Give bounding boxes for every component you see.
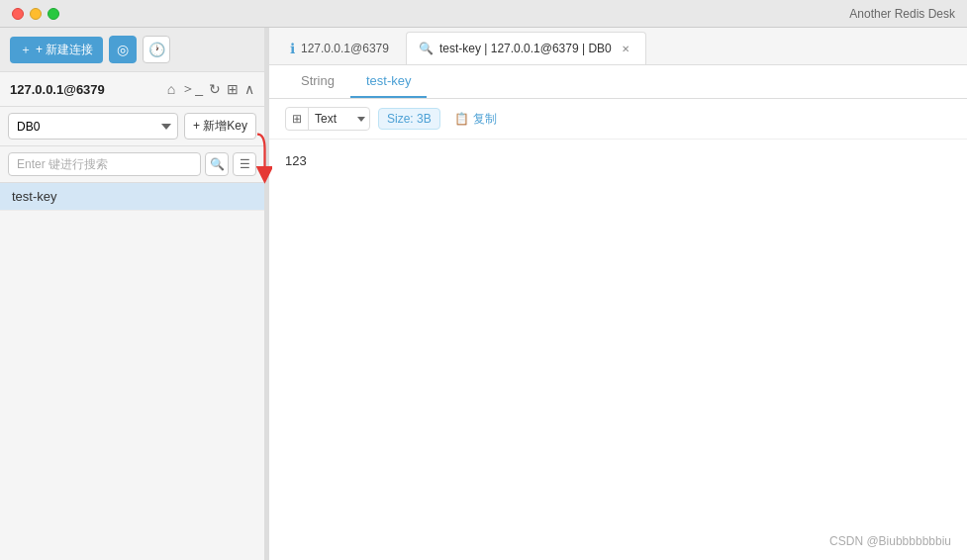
minimize-button[interactable] bbox=[30, 8, 42, 20]
db-controls: DB0 DB1 DB2 DB3 + 新增Key bbox=[0, 107, 264, 146]
sidebar-toolbar: ＋ + 新建连接 ◎ 🕐 bbox=[0, 28, 264, 72]
string-subtab[interactable]: String bbox=[285, 65, 350, 98]
tab-bar: ℹ 127.0.0.1@6379 🔍 test-key | 127.0.0.1@… bbox=[269, 28, 967, 65]
grid-icon[interactable]: ⊞ bbox=[227, 81, 239, 97]
value-editor: 123 bbox=[269, 140, 967, 560]
size-badge: Size: 3B bbox=[378, 108, 440, 130]
value-text: 123 bbox=[285, 153, 307, 168]
key-viewer: String test-key ⊞ Text JSON Hex bbox=[269, 65, 967, 560]
db-selector[interactable]: DB0 DB1 DB2 DB3 bbox=[8, 113, 178, 140]
main-content: ℹ 127.0.0.1@6379 🔍 test-key | 127.0.0.1@… bbox=[269, 28, 967, 560]
format-selector-container: ⊞ Text JSON Hex Binary bbox=[285, 107, 370, 131]
tab-close-button[interactable]: ✕ bbox=[618, 41, 633, 56]
format-grid-icon: ⊞ bbox=[286, 108, 309, 130]
collapse-icon[interactable]: ∧ bbox=[244, 81, 254, 97]
app-title: Another Redis Desk bbox=[849, 7, 955, 21]
add-key-button[interactable]: + 新增Key bbox=[184, 113, 256, 140]
app-container: ＋ + 新建连接 ◎ 🕐 127.0.0.1@6379 ⌂ ＞_ ↻ ⊞ ∧ bbox=[0, 28, 967, 560]
value-toolbar: ⊞ Text JSON Hex Binary Size: 3B 📋 复制 bbox=[269, 99, 967, 140]
key-tab[interactable]: 🔍 test-key | 127.0.0.1@6379 | DB0 ✕ bbox=[406, 32, 646, 64]
copy-label: 复制 bbox=[473, 111, 497, 128]
plus-icon: ＋ bbox=[20, 42, 32, 58]
filter-button[interactable]: ☰ bbox=[233, 152, 256, 176]
home-icon[interactable]: ⌂ bbox=[167, 81, 175, 97]
key-subtabs: String test-key bbox=[269, 65, 967, 99]
sidebar: ＋ + 新建连接 ◎ 🕐 127.0.0.1@6379 ⌂ ＞_ ↻ ⊞ ∧ bbox=[0, 28, 265, 560]
clock-icon: 🕐 bbox=[148, 42, 165, 57]
terminal-icon[interactable]: ＞_ bbox=[181, 80, 203, 98]
info-icon: ℹ bbox=[290, 41, 295, 56]
refresh-icon[interactable]: ↻ bbox=[209, 81, 221, 97]
key-tab-label: test-key | 127.0.0.1@6379 | DB0 bbox=[439, 42, 612, 55]
copy-icon: 📋 bbox=[454, 112, 469, 126]
server-tab-label: 127.0.0.1@6379 bbox=[301, 42, 389, 55]
server-header: 127.0.0.1@6379 ⌂ ＞_ ↻ ⊞ ∧ bbox=[0, 72, 264, 107]
history-button[interactable]: 🕐 bbox=[143, 36, 170, 63]
format-select[interactable]: Text JSON Hex Binary bbox=[309, 108, 369, 130]
search-input[interactable] bbox=[8, 152, 201, 176]
close-button[interactable] bbox=[12, 8, 24, 20]
connection-view-button[interactable]: ◎ bbox=[109, 36, 137, 63]
search-icon: 🔍 bbox=[210, 157, 225, 171]
search-button[interactable]: 🔍 bbox=[205, 152, 229, 176]
server-icons: ⌂ ＞_ ↻ ⊞ ∧ bbox=[167, 80, 254, 98]
new-connection-button[interactable]: ＋ + 新建连接 bbox=[10, 37, 103, 63]
circle-icon: ◎ bbox=[117, 42, 129, 57]
key-list-item[interactable]: test-key bbox=[0, 183, 264, 211]
maximize-button[interactable] bbox=[48, 8, 59, 20]
filter-icon: ☰ bbox=[240, 157, 250, 171]
key-content: ⊞ Text JSON Hex Binary Size: 3B 📋 复制 bbox=[269, 99, 967, 560]
key-tab-search-icon: 🔍 bbox=[419, 42, 434, 55]
key-name-subtab[interactable]: test-key bbox=[350, 65, 428, 98]
traffic-lights bbox=[12, 8, 59, 20]
search-bar: 🔍 ☰ bbox=[0, 146, 264, 183]
key-list: test-key bbox=[0, 183, 264, 560]
new-conn-label: + 新建连接 bbox=[36, 42, 93, 58]
copy-button[interactable]: 📋 复制 bbox=[448, 108, 503, 131]
server-tab[interactable]: ℹ 127.0.0.1@6379 bbox=[277, 32, 402, 64]
watermark: CSDN @Biubbbbbbbiu bbox=[829, 534, 951, 548]
title-bar: Another Redis Desk bbox=[0, 0, 967, 28]
server-name: 127.0.0.1@6379 bbox=[10, 82, 105, 97]
